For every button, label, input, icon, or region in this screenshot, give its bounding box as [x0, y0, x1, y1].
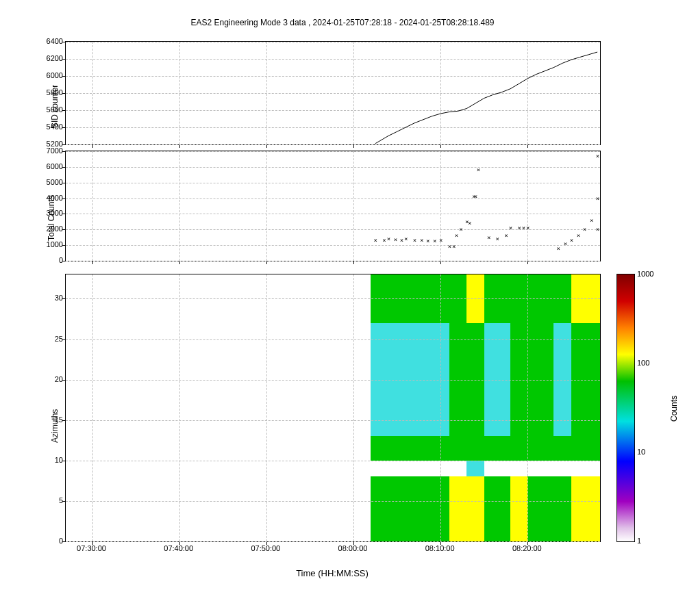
ytick-label: 25 — [29, 335, 63, 343]
ytick-label: 5800 — [29, 88, 63, 97]
heatmap-cell — [553, 461, 571, 477]
data-point: × — [419, 238, 424, 243]
ytick-label: 5400 — [29, 123, 63, 131]
data-point: × — [582, 227, 587, 232]
heatmap-cell — [466, 461, 484, 477]
data-point: × — [476, 168, 481, 172]
heatmap-cell — [553, 436, 571, 460]
ytick-label: 5600 — [29, 105, 63, 114]
heatmap-cell — [484, 461, 510, 477]
ytick-label: 10 — [29, 456, 63, 464]
data-point: × — [467, 221, 472, 226]
data-point: × — [432, 239, 437, 244]
data-point: × — [412, 238, 417, 243]
heatmap-cell — [553, 476, 571, 541]
heatmap-cell — [510, 436, 527, 460]
heatmap-cell — [397, 436, 423, 460]
data-point: × — [504, 233, 509, 238]
ytick-label: 5000 — [29, 178, 63, 186]
heatmap-cell — [571, 461, 600, 477]
ytick-label: 6000 — [29, 162, 63, 170]
colorbar — [616, 274, 635, 542]
data-point: × — [589, 218, 594, 223]
data-point: × — [393, 238, 398, 242]
ytick-label: 15 — [29, 415, 63, 424]
heatmap-cell — [449, 461, 466, 477]
data-point: × — [386, 237, 391, 242]
data-point: × — [576, 233, 581, 238]
plot-total-counts: ×××××××××××××××××××××××××××××××××××× — [65, 151, 601, 261]
ylabel-3: Azimuths — [50, 374, 60, 443]
data-point: × — [525, 226, 530, 231]
heatmap-cell — [527, 461, 553, 477]
data-point: × — [403, 237, 408, 242]
heatmap-cell — [423, 461, 449, 477]
data-point: × — [495, 237, 500, 242]
xtick-label: 08:20:00 — [506, 544, 547, 552]
data-point: × — [373, 238, 378, 243]
data-point: × — [563, 242, 568, 246]
ytick-label: 3000 — [29, 209, 63, 217]
heatmap-cell — [449, 436, 466, 460]
data-point: × — [425, 239, 430, 244]
heatmap-cell — [371, 461, 397, 477]
xtick-label: 08:00:00 — [332, 544, 373, 552]
chart-title: EAS2 Engineering Mode 3 data , 2024-01-2… — [0, 18, 685, 27]
colorbar-tick: 10 — [637, 448, 645, 456]
colorbar-tick: 1 — [637, 537, 641, 545]
xlabel: Time (HH:MM:SS) — [65, 568, 599, 578]
ytick-label: 5 — [29, 496, 63, 504]
xtick-label: 08:10:00 — [419, 544, 460, 552]
data-point: × — [569, 238, 574, 243]
data-point: × — [451, 244, 456, 249]
heatmap-cell — [397, 476, 423, 541]
ytick-label: 7000 — [29, 146, 63, 155]
ytick-label: 6200 — [29, 54, 63, 62]
heatmap-cell — [466, 436, 484, 460]
heatmap-cell — [527, 436, 553, 460]
data-point: × — [595, 227, 600, 232]
heatmap-cell — [484, 436, 510, 460]
ytick-label: 1000 — [29, 240, 63, 248]
data-point: × — [454, 233, 459, 238]
heatmap-cell — [571, 436, 600, 460]
colorbar-tick: 1000 — [637, 270, 653, 278]
heatmap-cell — [527, 476, 553, 541]
ytick-label: 0 — [29, 537, 63, 545]
data-point: × — [458, 227, 463, 232]
plot-azimuths — [65, 274, 601, 542]
ytick-label: 20 — [29, 375, 63, 383]
heatmap-cell — [484, 476, 510, 541]
data-point: × — [508, 226, 513, 231]
xtick-label: 07:40:00 — [158, 544, 199, 552]
heatmap-cell — [371, 476, 397, 541]
colorbar-tick: 100 — [637, 359, 649, 367]
data-point: × — [556, 246, 561, 251]
heatmap-cell — [397, 461, 423, 477]
ytick-label: 6400 — [29, 37, 63, 45]
colorbar-label: Counts — [669, 396, 679, 422]
plot-sid-counter — [65, 41, 601, 145]
xtick-label: 07:50:00 — [245, 544, 286, 552]
ytick-label: 6000 — [29, 71, 63, 79]
ytick-label: 0 — [29, 256, 63, 264]
data-point: × — [473, 194, 478, 199]
ytick-label: 2000 — [29, 224, 63, 233]
xtick-label: 07:30:00 — [71, 544, 112, 552]
heatmap-cell — [571, 476, 600, 541]
heatmap-cell — [510, 476, 527, 541]
ytick-label: 30 — [29, 294, 63, 302]
data-point: × — [595, 154, 600, 159]
heatmap-cell — [423, 476, 449, 541]
data-point: × — [595, 196, 600, 201]
heatmap-cell — [449, 476, 466, 541]
heatmap-cell — [466, 476, 484, 541]
ytick-label: 4000 — [29, 194, 63, 202]
data-point: × — [438, 238, 443, 243]
heatmap-cell — [423, 436, 449, 460]
heatmap-cell — [371, 436, 397, 460]
heatmap-cell — [510, 461, 527, 477]
data-point: × — [486, 235, 491, 240]
